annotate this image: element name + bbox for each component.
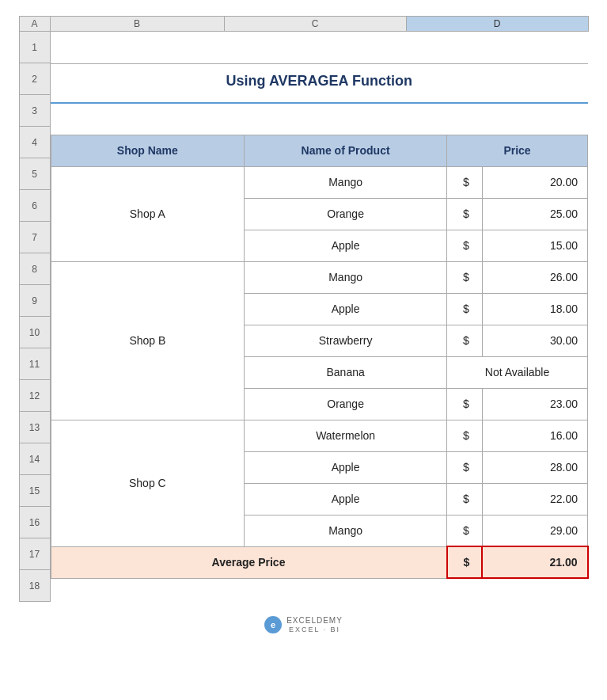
table-row-empty-3 — [51, 103, 588, 135]
row-num-5: 5 — [19, 158, 51, 190]
product-apple-2: Apple — [245, 293, 447, 325]
row-num-17: 17 — [19, 538, 51, 570]
dollar-3: $ — [447, 230, 482, 261]
dollar-7: $ — [447, 388, 482, 420]
price-3: 15.00 — [482, 230, 588, 261]
watermark: e EXCELDEMYEXCEL · BI — [19, 616, 589, 633]
header-shop-name: Shop Name — [51, 135, 245, 166]
spreadsheet-title: Using AVERAGEA Function — [226, 73, 412, 89]
dollar-1: $ — [447, 166, 482, 198]
row-num-15: 15 — [19, 475, 51, 507]
row-num-18: 18 — [19, 570, 51, 602]
column-headers: A B C D — [19, 16, 589, 32]
header-price: Price — [447, 135, 588, 166]
product-banana: Banana — [245, 356, 447, 388]
col-header-d: D — [407, 16, 589, 32]
price-5: 18.00 — [482, 293, 588, 325]
price-4: 26.00 — [482, 261, 588, 293]
table-wrapper: 1 2 3 4 5 6 7 8 9 10 11 12 13 14 15 16 1… — [19, 32, 589, 610]
row-num-14: 14 — [19, 443, 51, 475]
watermark-text: EXCELDEMYEXCEL · BI — [286, 616, 343, 633]
col-header-b: B — [51, 16, 225, 32]
row-num-16: 16 — [19, 507, 51, 538]
product-watermelon: Watermelon — [245, 420, 447, 451]
col-header-c: C — [225, 16, 407, 32]
row-num-2: 2 — [19, 63, 51, 95]
dollar-10: $ — [447, 483, 482, 515]
dollar-6: $ — [447, 325, 482, 356]
header-product-name: Name of Product — [245, 135, 447, 166]
row-num-12: 12 — [19, 380, 51, 412]
row-num-1: 1 — [19, 32, 51, 63]
price-11: 29.00 — [482, 515, 588, 546]
row-numbers: 1 2 3 4 5 6 7 8 9 10 11 12 13 14 15 16 1… — [19, 32, 51, 610]
row-num-10: 10 — [19, 317, 51, 348]
price-8: 16.00 — [482, 420, 588, 451]
dollar-2: $ — [447, 198, 482, 230]
table-row-average: Average Price $ 21.00 — [51, 546, 588, 578]
product-mango-1: Mango — [245, 166, 447, 198]
row-num-4: 4 — [19, 127, 51, 158]
avg-label: Average Price — [51, 546, 447, 578]
avg-dollar: $ — [447, 546, 482, 578]
table-row: Shop A Mango $ 20.00 — [51, 166, 588, 198]
product-apple-1: Apple — [245, 230, 447, 261]
row-num-9: 9 — [19, 285, 51, 317]
row-num-6: 6 — [19, 190, 51, 222]
dollar-4: $ — [447, 261, 482, 293]
avg-value: 21.00 — [482, 546, 588, 578]
price-1: 20.00 — [482, 166, 588, 198]
table-row-empty-18 — [51, 578, 588, 610]
price-9: 28.00 — [482, 451, 588, 483]
product-strawberry: Strawberry — [245, 325, 447, 356]
product-apple-4: Apple — [245, 483, 447, 515]
price-10: 22.00 — [482, 483, 588, 515]
watermark-icon: e — [264, 616, 282, 633]
col-header-a: A — [19, 16, 51, 32]
table-row: Shop B Mango $ 26.00 — [51, 261, 588, 293]
main-table: Using AVERAGEA Function Shop Name Name o… — [51, 32, 589, 610]
not-available-cell: Not Available — [447, 356, 588, 388]
row-num-8: 8 — [19, 253, 51, 285]
spreadsheet: A B C D 1 2 3 4 5 6 7 8 9 10 11 12 13 14… — [19, 16, 589, 633]
price-6: 30.00 — [482, 325, 588, 356]
product-apple-3: Apple — [245, 451, 447, 483]
table-row-empty-1 — [51, 32, 588, 63]
shop-b-cell: Shop B — [51, 261, 245, 420]
dollar-9: $ — [447, 451, 482, 483]
row-num-13: 13 — [19, 412, 51, 443]
dollar-8: $ — [447, 420, 482, 451]
dollar-5: $ — [447, 293, 482, 325]
price-2: 25.00 — [482, 198, 588, 230]
product-mango-2: Mango — [245, 261, 447, 293]
dollar-11: $ — [447, 515, 482, 546]
shop-a-cell: Shop A — [51, 166, 245, 261]
row-num-3: 3 — [19, 95, 51, 127]
price-7: 23.00 — [482, 388, 588, 420]
product-orange-1: Orange — [245, 198, 447, 230]
table-row-headers: Shop Name Name of Product Price — [51, 135, 588, 166]
table-row-title: Using AVERAGEA Function — [51, 63, 588, 103]
product-mango-3: Mango — [245, 515, 447, 546]
table-row: Shop C Watermelon $ 16.00 — [51, 420, 588, 451]
row-num-11: 11 — [19, 348, 51, 380]
product-orange-2: Orange — [245, 388, 447, 420]
row-num-7: 7 — [19, 222, 51, 253]
shop-c-cell: Shop C — [51, 420, 245, 546]
